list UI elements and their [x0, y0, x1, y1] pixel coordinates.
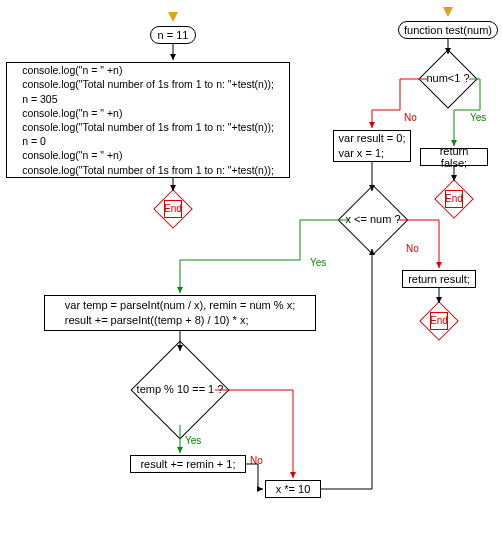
text-yes-branch: result += remin + 1;: [140, 458, 235, 470]
node-increment: x *= 10: [265, 480, 321, 498]
end-right-1-label: End: [440, 193, 468, 204]
node-init-vars: var result = 0; var x = 1;: [333, 130, 411, 162]
node-yes-branch: result += remin + 1;: [130, 455, 246, 473]
node-function: function test(num): [398, 21, 498, 39]
text-init-vars: var result = 0; var x = 1;: [339, 131, 406, 161]
node-loop-body: var temp = parseInt(num / x), remin = nu…: [44, 295, 316, 331]
text-loop-body: var temp = parseInt(num / x), remin = nu…: [65, 298, 295, 328]
end-right-2: End: [425, 307, 453, 335]
node-main-code: console.log("n = " +n) console.log("Tota…: [6, 62, 290, 178]
decision-num-lt-1-label: num<1 ?: [420, 72, 476, 84]
text-function: function test(num): [404, 24, 492, 36]
decision-loop-label: x <= num ?: [338, 213, 408, 225]
label-d2-yes: Yes: [310, 257, 326, 268]
label-d1-no: No: [404, 112, 417, 123]
node-return-result: return result;: [402, 270, 476, 288]
label-d2-no: No: [406, 243, 419, 254]
text-increment: x *= 10: [276, 483, 311, 495]
decision-temp-mod-label: temp % 10 == 1 ?: [130, 383, 230, 395]
label-d1-yes: Yes: [470, 112, 486, 123]
text-return-result: return result;: [408, 273, 470, 285]
node-n-init: n = 11: [150, 26, 196, 44]
text-return-false: return false;: [425, 145, 483, 169]
end-left-label: End: [159, 203, 187, 214]
start-arrow-right: [443, 7, 453, 17]
end-right-2-label: End: [425, 315, 453, 326]
end-left: End: [159, 195, 187, 223]
label-d3-no: No: [250, 455, 263, 466]
end-right-1: End: [440, 185, 468, 213]
text-main-code: console.log("n = " +n) console.log("Tota…: [22, 63, 274, 176]
text-n-init: n = 11: [158, 29, 189, 41]
label-d3-yes: Yes: [185, 435, 201, 446]
node-return-false: return false;: [420, 148, 488, 166]
start-arrow-left: [168, 12, 178, 22]
